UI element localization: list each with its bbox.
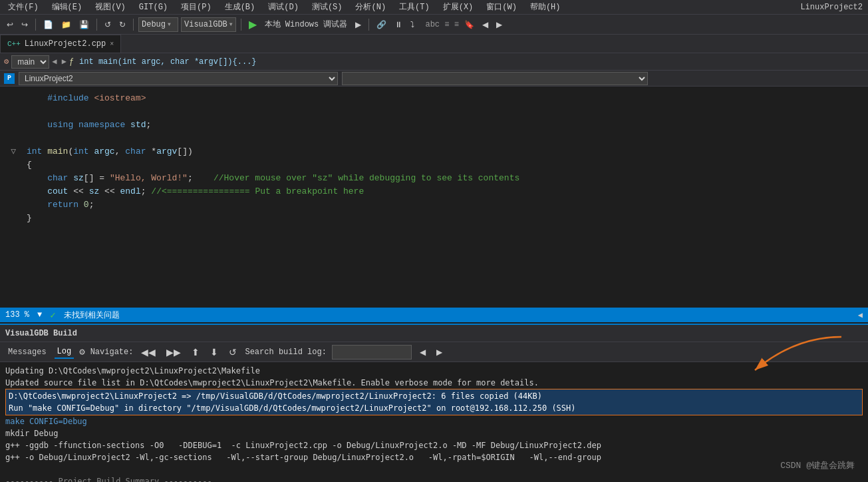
save-button[interactable]: 💾 xyxy=(76,19,92,31)
menu-view[interactable]: 视图(V) xyxy=(92,0,128,14)
undo-button[interactable]: ↩ xyxy=(4,19,16,31)
prev-bookmark-button[interactable]: ◀ xyxy=(480,19,491,31)
project-select[interactable]: LinuxProject2 xyxy=(19,72,338,85)
kw-int: int xyxy=(27,146,42,156)
line-content-3[interactable]: using namespace std; xyxy=(27,119,868,132)
code-nav-bar: ⚙ main ◀ ▶ ƒ int main(int argc, char *ar… xyxy=(0,53,868,71)
break-button[interactable]: ⏸ xyxy=(392,19,405,31)
line-content-1[interactable]: #include <iostream> xyxy=(27,92,868,105)
redo-button[interactable]: ↪ xyxy=(19,19,31,31)
code-line-char: char sz[] = "Hello, World!"; //Hover mou… xyxy=(0,172,868,185)
var-endl: endl xyxy=(120,186,141,196)
brackets1: []) xyxy=(177,146,192,156)
next-bookmark-button[interactable]: ▶ xyxy=(494,19,505,31)
code-line-using: using namespace std; xyxy=(0,119,868,132)
line-num-1 xyxy=(0,92,27,105)
build-tab-log[interactable]: Log xyxy=(55,346,74,359)
line-content-8[interactable]: cout << sz << endl; //<================ … xyxy=(27,185,868,198)
redo2-button[interactable]: ↻ xyxy=(116,19,128,31)
menu-bar: 文件(F) 编辑(E) 视图(V) GIT(G) 项目(P) 生成(B) 调试(… xyxy=(0,0,868,15)
bookmark-button[interactable]: 🔖 xyxy=(462,19,477,31)
build-output: Updating D:\QtCodes\mwproject2\LinuxProj… xyxy=(0,362,868,482)
build-settings-icon[interactable]: ⚙ xyxy=(79,346,84,358)
toolbar-extra: abc ≡ ≡ xyxy=(425,20,458,29)
navigate-refresh-button[interactable]: ↺ xyxy=(226,346,239,359)
line-content-6[interactable]: { xyxy=(27,158,868,172)
build-tab-messages[interactable]: Messages xyxy=(5,346,49,358)
navigate-right-button[interactable]: ▶▶ xyxy=(164,346,184,359)
project-icon: P xyxy=(4,73,15,84)
num-0: 0 xyxy=(84,200,89,210)
undo2-button[interactable]: ↺ xyxy=(102,19,114,31)
watermark: CSDN @键盘会跳舞 xyxy=(780,459,855,471)
menu-help[interactable]: 帮助(H) xyxy=(527,0,563,14)
build-line-gpp2: g++ -o Debug/LinuxProject2 -Wl,-gc-secti… xyxy=(5,451,863,463)
kw-include: #include xyxy=(47,93,88,103)
code-line-include: #include <iostream> xyxy=(0,92,868,105)
menu-tools[interactable]: 工具(T) xyxy=(396,0,432,14)
navigate-up-button[interactable]: ⬆ xyxy=(189,346,202,359)
brackets2: [] xyxy=(84,173,94,183)
open-brace: { xyxy=(27,160,32,170)
debug-config-label: Debug xyxy=(142,20,166,29)
attach-button[interactable]: 🔗 xyxy=(374,19,389,31)
menu-analyze[interactable]: 分析(N) xyxy=(353,0,388,14)
comma1: , xyxy=(115,146,126,156)
scroll-indicator: ◀ xyxy=(858,310,863,320)
kw-return: return xyxy=(47,200,78,210)
line-content-9[interactable]: return 0; xyxy=(27,198,868,212)
tab-linuxproject2[interactable]: C++ LinuxProject2.cpp × xyxy=(0,35,121,53)
func-signature: int main(int argc, char *argv[]){...} xyxy=(76,57,259,67)
collapse-btn[interactable]: ▽ xyxy=(11,146,16,156)
line-content-4 xyxy=(27,132,868,145)
build-line-empty xyxy=(5,463,863,475)
step-over-button[interactable]: ⤵ xyxy=(408,19,417,31)
menu-extensions[interactable]: 扩展(X) xyxy=(440,0,476,14)
scope-select[interactable]: main xyxy=(11,55,49,69)
comment-breakpoint: //<================ Put a breakpoint her… xyxy=(151,186,364,196)
platform-dropdown[interactable]: VisualGDB ▼ xyxy=(181,17,236,32)
navigate-down-button[interactable]: ⬇ xyxy=(208,346,221,359)
build-panel: VisualGDB Build Messages Log ⚙ Navigate:… xyxy=(0,324,868,482)
project-path-select[interactable] xyxy=(342,72,648,85)
menu-build[interactable]: 生成(B) xyxy=(222,0,258,14)
line-content-10[interactable]: } xyxy=(27,212,868,225)
run-button[interactable]: ▶ xyxy=(246,18,259,31)
op-shift2: << xyxy=(104,186,115,196)
tab-bar: C++ LinuxProject2.cpp × xyxy=(0,35,868,53)
search-label: Search build log: xyxy=(245,348,326,357)
menu-debug[interactable]: 调试(D) xyxy=(265,0,301,14)
build-toolbar: Messages Log ⚙ Navigate: ◀◀ ▶▶ ⬆ ⬇ ↺ Sea… xyxy=(0,342,868,362)
status-bar: 133 % ▼ ✓ 未找到相关问题 ◀ xyxy=(0,308,868,322)
semicolon1: ; xyxy=(146,120,151,130)
zoom-level: 133 % xyxy=(5,310,29,320)
build-line-2: Updated source file list in D:\QtCodes\m… xyxy=(5,377,863,389)
line-num-7 xyxy=(0,172,27,185)
var-argc: argc xyxy=(94,146,114,156)
tab-icon: C++ xyxy=(7,40,21,48)
debug-config-dropdown[interactable]: Debug ▼ xyxy=(138,17,178,32)
search-next-button[interactable]: ▶ xyxy=(434,346,445,358)
search-prev-button[interactable]: ◀ xyxy=(417,346,428,358)
window-title: LinuxProject2 xyxy=(800,3,863,12)
menu-file[interactable]: 文件(F) xyxy=(5,0,41,14)
menu-project[interactable]: 项目(P) xyxy=(178,0,214,14)
line-num-2 xyxy=(0,105,27,119)
var-sz: sz xyxy=(73,173,84,183)
run2-button[interactable]: ▶ xyxy=(353,19,364,31)
tab-close-button[interactable]: × xyxy=(110,41,114,48)
menu-edit[interactable]: 编辑(E) xyxy=(49,0,85,14)
status-sep: ▼ xyxy=(37,310,42,320)
menu-git[interactable]: GIT(G) xyxy=(136,1,170,13)
menu-window[interactable]: 窗口(W) xyxy=(484,0,519,14)
new-file-button[interactable]: 📄 xyxy=(41,19,56,31)
line-content-7[interactable]: char sz[] = "Hello, World!"; //Hover mou… xyxy=(27,172,868,185)
ns-std: std xyxy=(130,120,146,130)
build-search-input[interactable] xyxy=(332,345,412,360)
open-file-button[interactable]: 📁 xyxy=(59,19,74,31)
line-content-5[interactable]: int main(int argc, char *argv[]) xyxy=(27,145,868,158)
menu-test[interactable]: 测试(S) xyxy=(309,0,345,14)
build-line-3-highlight: D:\QtCodes\mwproject2\LinuxProject2 => /… xyxy=(5,389,863,415)
check-icon: ✓ xyxy=(50,310,55,321)
navigate-left-button[interactable]: ◀◀ xyxy=(138,346,158,359)
